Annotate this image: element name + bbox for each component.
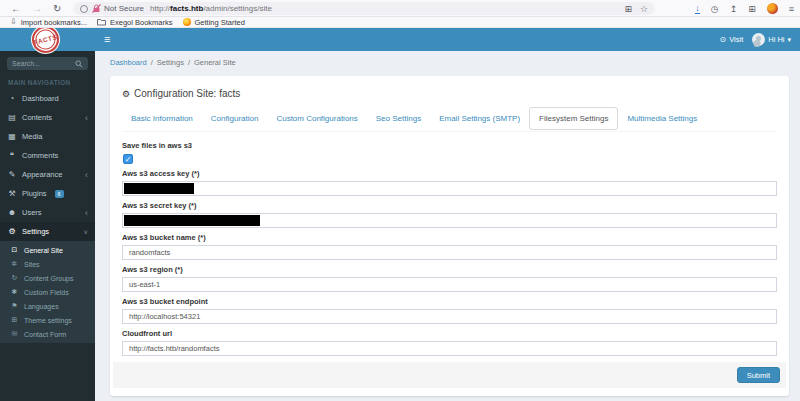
field-label: Aws s3 secret key (*) (122, 201, 777, 210)
flag-icon (10, 302, 19, 310)
reader-grid-icon[interactable] (624, 4, 632, 14)
chevron-left-icon (85, 114, 88, 122)
field-label: Cloudfront url (122, 329, 777, 338)
bookmark-label: Exegol Bookmarks (110, 18, 173, 27)
sidebar-toggle-icon[interactable] (104, 28, 110, 51)
tab-seo-settings[interactable]: Seo Settings (367, 109, 430, 128)
user-menu[interactable]: Hi Hi (752, 33, 791, 46)
field-label: Aws s3 access key (*) (122, 169, 777, 178)
logo-box[interactable]: FACTS (0, 28, 95, 51)
search-input[interactable]: Search... (12, 60, 75, 67)
sidebar-item-comments[interactable]: Comments (0, 146, 95, 165)
security-label: Not Secure (104, 4, 144, 13)
back-icon[interactable] (11, 0, 21, 17)
forward-icon[interactable] (32, 0, 42, 17)
asterisk-icon (10, 288, 19, 296)
redaction-block (124, 215, 260, 226)
envelope-icon (10, 330, 19, 338)
facts-stamp-logo: FACTS (29, 23, 62, 56)
breadcrumb-general-site: General Site (194, 58, 236, 67)
sidebar: Search... MAIN NAVIGATION Dashboard Cont… (0, 51, 95, 401)
comments-icon (7, 151, 17, 160)
sidebar-search[interactable]: Search... (7, 57, 88, 70)
visit-label: Visit (729, 35, 743, 44)
cloudfront-url-input[interactable] (122, 341, 777, 356)
chevron-down-icon (84, 227, 88, 236)
aws-s3-access-key-input[interactable] (122, 181, 777, 196)
tab-custom-configurations[interactable]: Custom Configurations (267, 109, 366, 128)
aws-s3-bucket-endpoint-input[interactable] (122, 309, 777, 324)
bookmark-getting-started[interactable]: Getting Started (183, 18, 245, 27)
avatar (752, 33, 765, 46)
sidebar-item-contact-form[interactable]: Contact Form (0, 327, 95, 341)
share-icon[interactable] (730, 4, 738, 14)
import-icon (10, 17, 17, 27)
browser-toolbar: Not Secure http://facts.htb/admin/settin… (0, 0, 800, 17)
account-fox-icon[interactable] (767, 3, 778, 14)
tab-basic-information[interactable]: Basic Information (122, 109, 202, 128)
tab-multimedia-settings[interactable]: Multimedia Settings (618, 109, 706, 128)
sidebar-item-dashboard[interactable]: Dashboard (0, 89, 95, 108)
field-label: Aws s3 bucket name (*) (122, 233, 777, 242)
url-host: facts.htb (170, 4, 203, 13)
tab-filesystem-settings[interactable]: Filesystem Settings (529, 107, 618, 130)
sidebar-item-appearance[interactable]: Appearance (0, 165, 95, 184)
gear-icon (10, 260, 19, 268)
sidebar-item-custom-fields[interactable]: Custom Fields (0, 285, 95, 299)
save-files-label: Save files in aws s3 (122, 141, 777, 150)
tab-configuration[interactable]: Configuration (202, 109, 268, 128)
search-icon[interactable] (75, 60, 83, 68)
submit-button[interactable]: Submit (737, 367, 780, 383)
field-label: Aws s3 region (*) (122, 265, 777, 274)
save-files-checkbox[interactable] (123, 154, 133, 164)
aws-s3-region-input[interactable] (122, 277, 777, 292)
monitor-icon (10, 246, 19, 254)
nav-section-label: MAIN NAVIGATION (0, 70, 95, 89)
page-title: Configuration Site: facts (122, 88, 777, 99)
bookmark-label: Import bookmarks... (21, 18, 87, 27)
sidebar-item-plugins[interactable]: Plugins 6 (0, 184, 95, 203)
menu-icon[interactable] (789, 4, 794, 14)
chevron-left-icon (85, 171, 88, 179)
sidebar-item-contents[interactable]: Contents (0, 108, 95, 127)
breadcrumb-settings: Settings (157, 58, 184, 67)
eye-icon (719, 35, 726, 44)
caret-down-icon (787, 36, 791, 44)
configuration-panel: Configuration Site: facts Basic Informat… (110, 76, 789, 396)
download-icon[interactable] (695, 4, 700, 14)
redaction-block (124, 183, 194, 194)
sidebar-item-theme-settings[interactable]: Theme settings (0, 313, 95, 327)
aws-s3-bucket-name-input[interactable] (122, 245, 777, 260)
contents-icon (7, 113, 17, 122)
sidebar-item-content-groups[interactable]: Content Groups (0, 271, 95, 285)
user-name: Hi Hi (768, 35, 784, 44)
sidebar-item-users[interactable]: Users (0, 203, 95, 222)
visit-link[interactable]: Visit (719, 35, 743, 44)
sidebar-item-languages[interactable]: Languages (0, 299, 95, 313)
settings-gear-icon (7, 227, 17, 236)
reload-icon[interactable] (53, 0, 61, 17)
sidebar-item-settings[interactable]: Settings (0, 222, 95, 241)
filesystem-settings-form: Save files in aws s3 Aws s3 access key (… (122, 141, 777, 356)
sidebar-item-sites[interactable]: Sites (0, 257, 95, 271)
bookmark-star-icon[interactable] (640, 4, 648, 14)
extensions-grid-icon[interactable] (748, 4, 756, 14)
breadcrumb-dashboard[interactable]: Dashboard (110, 58, 147, 67)
sidebar-item-media[interactable]: Media (0, 127, 95, 146)
users-icon (7, 208, 17, 217)
media-icon (7, 132, 17, 141)
field-label: Aws s3 bucket endpoint (122, 297, 777, 306)
grid-icon (10, 316, 19, 324)
sidebar-item-general-site[interactable]: General Site (0, 243, 95, 257)
shield-icon[interactable] (80, 5, 88, 13)
gear-icon (122, 89, 130, 99)
tab-email-settings[interactable]: Email Settings (SMTP) (430, 109, 529, 128)
plugins-icon (7, 189, 17, 198)
bookmark-exegol[interactable]: Exegol Bookmarks (97, 18, 173, 27)
url-bar[interactable]: Not Secure http://facts.htb/admin/settin… (73, 2, 655, 15)
lock-slash-icon[interactable] (92, 4, 101, 13)
bookmark-import[interactable]: Import bookmarks... (10, 17, 87, 27)
history-clock-icon[interactable] (711, 4, 719, 14)
bookmark-label: Getting Started (195, 18, 245, 27)
app-header: FACTS Visit Hi Hi (0, 28, 800, 51)
